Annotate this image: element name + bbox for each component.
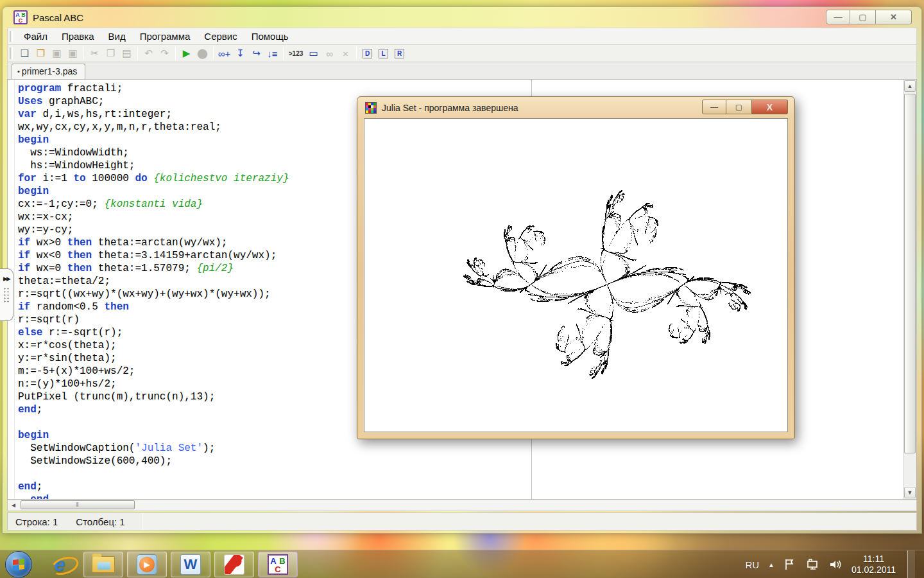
hidden-icons-chevron-icon[interactable]: ▲ <box>768 561 774 568</box>
pascal-abc-icon: ABC <box>268 554 288 575</box>
toolbar-separator <box>83 47 84 60</box>
vertical-scroll-thumb[interactable] <box>904 94 916 453</box>
status-line-number: Строка: 1 <box>15 516 58 527</box>
scroll-left-arrow-icon[interactable]: ◄ <box>10 502 17 509</box>
open-file-icon[interactable]: ❒ <box>33 46 49 61</box>
julia-minimize-button[interactable]: — <box>702 100 726 114</box>
cut-icon[interactable]: ✂ <box>87 46 103 61</box>
minimize-button[interactable]: — <box>826 10 850 24</box>
code-line: if wx>0 then theta:=arctan(wy/wx); <box>18 236 289 249</box>
status-bar: Строка: 1 Столбец: 1 <box>7 512 917 530</box>
code-line <box>18 416 289 429</box>
goto-line-icon[interactable]: ↓≡ <box>264 46 280 61</box>
taskbar-explorer[interactable] <box>83 552 123 577</box>
output-window-icon[interactable]: ▭ <box>305 46 321 61</box>
code-line: m:=-5+(x)*100+ws/2; <box>18 365 289 378</box>
side-panel-handle[interactable]: ▶▶ <box>0 268 13 321</box>
status-column-number: Столбец: 1 <box>76 516 124 527</box>
adobe-reader-icon <box>224 554 244 575</box>
menu-service[interactable]: Сервис <box>197 30 244 43</box>
scroll-up-arrow-icon[interactable]: ▲ <box>904 80 916 92</box>
copy-icon[interactable]: ❐ <box>103 46 119 61</box>
save-icon[interactable]: ▣ <box>49 46 65 61</box>
close-button[interactable]: ✕ <box>876 10 912 24</box>
taskbar-media-player[interactable]: ▶ <box>127 552 167 577</box>
stop-icon[interactable]: ⬤ <box>194 46 210 61</box>
undo-icon[interactable]: ↶ <box>141 46 157 61</box>
scroll-down-arrow-icon[interactable]: ▼ <box>904 487 916 498</box>
expand-chevrons-icon: ▶▶ <box>3 276 10 282</box>
toolbar-grip <box>10 48 13 59</box>
julia-maximize-button[interactable]: ▢ <box>726 100 752 114</box>
redo-icon[interactable]: ↷ <box>157 46 173 61</box>
taskbar-adobe-reader[interactable] <box>214 552 254 577</box>
julia-window-title: Julia Set - программа завершена <box>382 103 518 113</box>
horizontal-scroll-thumb[interactable]: ⦀ <box>21 500 135 509</box>
code-line: x:=r*cos(theta); <box>18 339 289 352</box>
toolbar-items: ❑❒▣▣✂❐▤↶↷▶⬤∞+↧↪↓≡>123▭∞×DLR <box>17 46 407 61</box>
julia-canvas-area <box>364 118 788 432</box>
code-line: for i:=1 to 100000 do {kolichestvo itera… <box>18 172 289 185</box>
tab-bar: • primer1-3.pas <box>7 62 917 79</box>
module-r-icon[interactable]: R <box>391 46 407 61</box>
step-over-icon[interactable]: ↪ <box>248 46 264 61</box>
int-format-icon[interactable]: >123 <box>286 46 305 61</box>
vertical-scrollbar[interactable]: ▲ ▼ <box>903 80 916 499</box>
menu-grip <box>10 31 13 42</box>
code-line: Uses graphABC; <box>18 95 289 108</box>
tab-primer1-3[interactable]: • primer1-3.pas <box>12 64 85 79</box>
julia-close-button[interactable]: X <box>752 100 788 114</box>
module-d-icon[interactable]: D <box>359 46 375 61</box>
code-line: cx:=-1;cy:=0; {konstanti vida} <box>18 198 289 211</box>
code-line: if wx<0 then theta:=3.14159+arctan(wy/wx… <box>18 249 289 262</box>
start-button[interactable] <box>5 551 32 578</box>
windows-logo-icon <box>13 559 24 570</box>
taskbar-pascal-abc[interactable]: ABC <box>258 552 298 577</box>
title-bar[interactable]: A B C Pascal ABC — ▢ ✕ <box>7 7 917 28</box>
menu-view[interactable]: Вид <box>101 30 133 43</box>
taskbar-ie[interactable]: e <box>40 552 80 577</box>
language-indicator[interactable]: RU <box>745 559 759 570</box>
code-line: if random<0.5 then <box>18 301 289 313</box>
paste-icon[interactable]: ▤ <box>119 46 135 61</box>
explorer-folder-icon <box>92 556 115 573</box>
julia-window-icon <box>365 102 377 114</box>
code-line: begin <box>18 134 289 146</box>
show-desktop-button[interactable] <box>907 550 915 578</box>
action-center-flag-icon[interactable] <box>783 558 796 571</box>
horizontal-scrollbar[interactable]: ◄ ⦀ <box>7 500 917 511</box>
code-line: ws:=WindowWidth; <box>18 146 289 159</box>
code-line: if wx=0 then theta:=1.57079; {pi/2} <box>18 262 289 275</box>
step-into-icon[interactable]: ↧ <box>232 46 248 61</box>
clock[interactable]: 11:11 01.02.2011 <box>851 554 896 575</box>
code-line: hs:=WindowHeight; <box>18 159 289 172</box>
code-line: wx:=x-cx; <box>18 211 289 223</box>
code-line: end; <box>18 403 289 416</box>
menu-file[interactable]: Файл <box>17 30 55 43</box>
new-file-icon[interactable]: ❑ <box>17 46 33 61</box>
code-line: program fractali; <box>18 82 289 95</box>
volume-icon[interactable] <box>828 558 843 571</box>
code-line: theta:=theta/2; <box>18 275 289 288</box>
pascal-abc-app-icon: A B C <box>13 10 28 24</box>
menu-program[interactable]: Программа <box>133 30 198 43</box>
julia-title-bar[interactable]: Julia Set - программа завершена — ▢ X <box>357 97 794 118</box>
julia-fractal-canvas <box>364 119 789 426</box>
menu-help[interactable]: Помощь <box>244 30 296 43</box>
menu-bar: Файл Правка Вид Программа Сервис Помощь <box>7 28 917 44</box>
save-all-icon[interactable]: ▣ <box>65 46 81 61</box>
watch-window-icon[interactable]: ∞ <box>321 46 338 61</box>
add-watch-icon[interactable]: ∞+ <box>216 46 232 61</box>
toolbar-separator <box>137 47 138 60</box>
taskbar-word[interactable]: W <box>171 552 210 577</box>
maximize-button[interactable]: ▢ <box>850 10 876 24</box>
menu-edit[interactable]: Правка <box>55 30 101 43</box>
module-l-icon[interactable]: L <box>375 46 391 61</box>
run-icon[interactable]: ▶ <box>178 46 194 61</box>
status-message-panel <box>143 513 916 530</box>
ie-icon: e <box>55 554 65 575</box>
network-icon[interactable] <box>805 558 819 571</box>
code-line: r:=sqrt((wx+wy)*(wx+wy)+(wy+wx)*(wy+wx))… <box>18 288 289 301</box>
word-icon: W <box>180 554 201 575</box>
clear-icon[interactable]: × <box>338 46 354 61</box>
